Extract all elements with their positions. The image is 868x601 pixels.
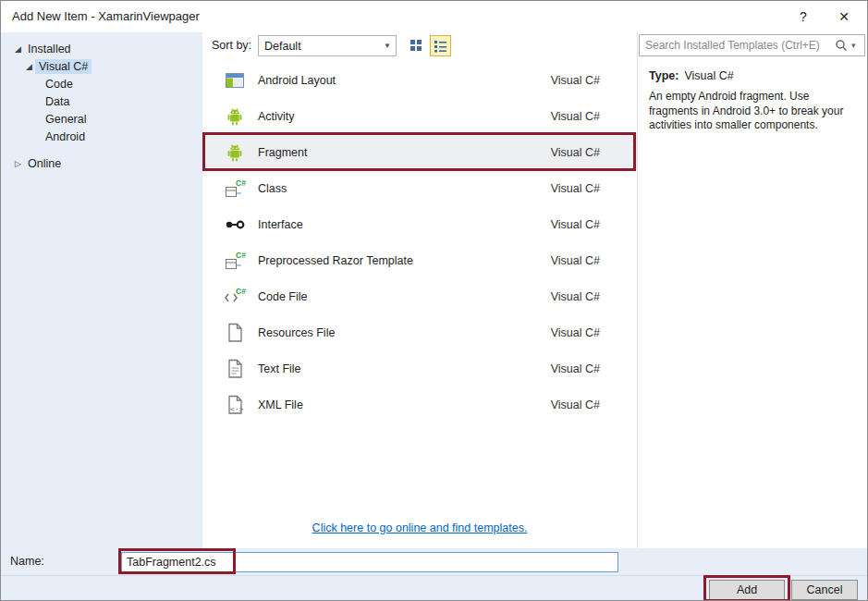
svg-text:C#: C# bbox=[236, 178, 246, 188]
template-language: Visual C# bbox=[551, 399, 600, 411]
android-robot-icon bbox=[223, 141, 247, 165]
sidebar-item-label: Visual C# bbox=[35, 59, 92, 74]
sidebar-item-general[interactable]: General bbox=[1, 110, 202, 128]
dialog-title: Add New Item - XamarinViewpager bbox=[12, 1, 200, 32]
template-list: Android Layout Visual C# bbox=[202, 62, 637, 423]
sidebar-item-label: Android bbox=[42, 129, 89, 144]
resources-file-icon bbox=[223, 321, 247, 345]
search-icon[interactable] bbox=[831, 39, 851, 52]
type-value: Visual C# bbox=[684, 69, 733, 82]
template-language: Visual C# bbox=[551, 74, 600, 87]
template-type-line: Type:Visual C# bbox=[649, 69, 734, 82]
template-name: Resources File bbox=[258, 326, 335, 339]
list-view-icon bbox=[434, 39, 447, 53]
sidebar-item-label: Code bbox=[42, 77, 77, 92]
android-robot-icon bbox=[223, 104, 247, 129]
template-row-interface[interactable]: Interface Visual C# bbox=[202, 206, 637, 242]
search-box: ▾ bbox=[639, 34, 865, 56]
template-name: Activity bbox=[258, 110, 295, 123]
add-new-item-dialog: Add New Item - XamarinViewpager ? ✕ ◢ In… bbox=[0, 0, 868, 601]
template-row-android-layout[interactable]: Android Layout Visual C# bbox=[202, 62, 637, 98]
name-input[interactable] bbox=[121, 552, 618, 572]
grid-view-icon bbox=[410, 39, 423, 53]
text-file-icon bbox=[223, 357, 247, 381]
bottom-bar: Name: Add Cancel bbox=[1, 548, 868, 601]
sidebar-item-visual-csharp[interactable]: ◢ Visual C# bbox=[1, 57, 202, 75]
svg-text:C#: C# bbox=[236, 287, 246, 296]
template-row-activity[interactable]: Activity Visual C# bbox=[202, 98, 637, 134]
type-label: Type: bbox=[649, 69, 679, 82]
sidebar-item-android[interactable]: Android bbox=[1, 128, 202, 145]
template-row-text-file[interactable]: Text File Visual C# bbox=[202, 350, 637, 386]
template-language: Visual C# bbox=[551, 254, 600, 267]
sidebar-item-label: General bbox=[42, 112, 90, 127]
sort-by-dropdown[interactable]: Default ▼ bbox=[258, 35, 397, 56]
template-row-xml-file[interactable]: <·> XML File Visual C# bbox=[202, 386, 637, 423]
template-row-resources-file[interactable]: Resources File Visual C# bbox=[202, 314, 637, 350]
small-icons-view-button[interactable] bbox=[406, 35, 427, 56]
template-row-razor-template[interactable]: C# Preprocessed Razor Template Visual C# bbox=[202, 242, 637, 278]
template-language: Visual C# bbox=[551, 362, 600, 375]
list-view-button[interactable] bbox=[430, 35, 451, 56]
template-name: Preprocessed Razor Template bbox=[258, 254, 413, 267]
android-layout-icon bbox=[223, 68, 247, 92]
template-language: Visual C# bbox=[551, 290, 600, 303]
sidebar-item-installed[interactable]: ◢ Installed bbox=[1, 40, 202, 57]
category-sidebar: ◢ Installed ◢ Visual C# Code Data Genera… bbox=[1, 32, 202, 548]
add-button[interactable]: Add bbox=[709, 580, 785, 600]
template-language: Visual C# bbox=[551, 182, 600, 195]
template-row-code-file[interactable]: C# Code File Visual C# bbox=[202, 278, 637, 314]
xml-file-icon: <·> bbox=[223, 393, 247, 417]
template-row-fragment[interactable]: Fragment Visual C# bbox=[202, 134, 637, 170]
template-language: Visual C# bbox=[551, 146, 600, 159]
cancel-button[interactable]: Cancel bbox=[791, 580, 858, 600]
template-name: Text File bbox=[258, 362, 301, 375]
template-language: Visual C# bbox=[551, 326, 600, 339]
title-bar[interactable]: Add New Item - XamarinViewpager ? ✕ bbox=[1, 1, 867, 32]
sidebar-item-label: Online bbox=[24, 156, 65, 171]
chevron-down-icon: ▼ bbox=[379, 42, 396, 50]
sort-by-value: Default bbox=[259, 40, 379, 53]
template-row-class[interactable]: C# Class Visual C# bbox=[202, 170, 637, 206]
template-name: Fragment bbox=[258, 146, 308, 159]
template-language: Visual C# bbox=[551, 110, 600, 123]
online-templates-link-row: Click here to go online and find templat… bbox=[202, 521, 637, 534]
sidebar-item-code[interactable]: Code bbox=[1, 75, 202, 92]
sidebar-item-data[interactable]: Data bbox=[1, 92, 202, 110]
template-language: Visual C# bbox=[551, 218, 600, 231]
sort-by-label: Sort by: bbox=[212, 32, 251, 58]
class-icon: C# bbox=[223, 177, 247, 201]
svg-text:C#: C# bbox=[236, 251, 246, 260]
tree-expanded-icon[interactable]: ◢ bbox=[12, 44, 24, 54]
bottom-divider bbox=[1, 575, 868, 576]
template-name: Code File bbox=[258, 290, 308, 303]
template-name: Android Layout bbox=[258, 74, 336, 87]
svg-text:<·>: <·> bbox=[230, 405, 244, 413]
template-name: Class bbox=[258, 182, 287, 195]
razor-template-icon: C# bbox=[223, 249, 247, 273]
template-description: An empty Android fragment. Use fragments… bbox=[649, 90, 862, 133]
tree-collapsed-icon[interactable]: ▷ bbox=[12, 159, 24, 168]
sidebar-item-online[interactable]: ▷ Online bbox=[1, 154, 202, 172]
sidebar-item-label: Installed bbox=[24, 42, 75, 56]
search-dropdown-icon[interactable]: ▾ bbox=[851, 41, 864, 50]
template-name: Interface bbox=[258, 218, 303, 231]
help-button[interactable]: ? bbox=[788, 1, 819, 32]
tree-expanded-icon[interactable]: ◢ bbox=[23, 62, 35, 71]
template-list-panel: Sort by: Default ▼ bbox=[202, 32, 637, 548]
search-input[interactable] bbox=[640, 36, 831, 55]
template-name: XML File bbox=[258, 399, 303, 411]
close-button[interactable]: ✕ bbox=[826, 1, 862, 32]
details-panel: ▾ Type:Visual C# An empty Android fragme… bbox=[638, 32, 868, 548]
online-templates-link[interactable]: Click here to go online and find templat… bbox=[312, 521, 528, 534]
sidebar-item-label: Data bbox=[42, 94, 73, 109]
name-label: Name: bbox=[10, 548, 44, 574]
code-file-icon: C# bbox=[223, 285, 247, 309]
interface-icon bbox=[223, 213, 247, 237]
